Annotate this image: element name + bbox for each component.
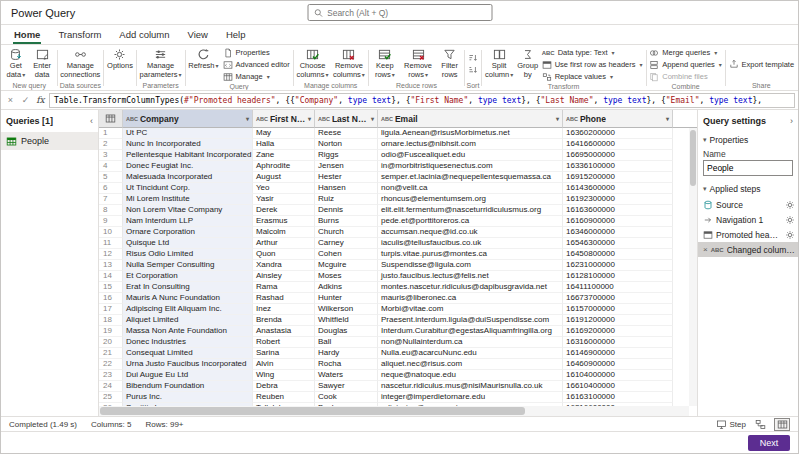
cell[interactable]: montes.nascetur.ridiculus@dapibusgravida… bbox=[378, 282, 563, 293]
cell[interactable]: Hardy bbox=[315, 348, 378, 359]
column-type-icon[interactable]: ABC bbox=[318, 116, 330, 122]
cell[interactable]: nascetur.ridiculus.mus@nisiMaurisnulla.c… bbox=[378, 381, 563, 392]
cell[interactable]: Quisque Ltd bbox=[123, 238, 253, 249]
cancel-formula-icon[interactable]: × bbox=[4, 95, 17, 105]
query-item-people[interactable]: People bbox=[1, 132, 98, 150]
cell[interactable]: 16160900000 bbox=[563, 216, 673, 227]
row-number[interactable]: 18 bbox=[99, 315, 123, 326]
cell[interactable]: justo.faucibus.lectus@felis.net bbox=[378, 271, 563, 282]
cell[interactable]: turpis.vitae.purus@montes.ca bbox=[378, 249, 563, 260]
cell[interactable]: Yeo bbox=[253, 183, 315, 194]
cell[interactable]: Arthur bbox=[253, 238, 315, 249]
filter-icon[interactable]: ▾ bbox=[246, 115, 249, 122]
row-number[interactable]: 16 bbox=[99, 293, 123, 304]
ribbon-button-data-type-text[interactable]: ABCData type: Text▾ bbox=[540, 47, 645, 58]
cell[interactable]: 16450800000 bbox=[563, 249, 673, 260]
cell[interactable]: in@morbitristiquesenectus.com bbox=[378, 161, 563, 172]
ribbon-button-remove-columns[interactable]: Remove columns▾ bbox=[331, 46, 367, 79]
column-header-last-name[interactable]: ABCLast Name▾ bbox=[315, 110, 378, 128]
cell[interactable]: Sarina bbox=[253, 348, 315, 359]
cell[interactable]: Sawyer bbox=[315, 381, 378, 392]
row-number[interactable]: 23 bbox=[99, 370, 123, 381]
cell[interactable]: Adkins bbox=[315, 282, 378, 293]
cell[interactable]: Ut Tincidunt Corp. bbox=[123, 183, 253, 194]
horizontal-scrollbar[interactable] bbox=[99, 406, 689, 416]
cell[interactable]: 16460900000 bbox=[563, 359, 673, 370]
cell[interactable]: Jensen bbox=[315, 161, 378, 172]
cell[interactable]: Mcguire bbox=[315, 260, 378, 271]
cell[interactable]: mauris@liberonec.ca bbox=[378, 293, 563, 304]
ribbon-button-manage[interactable]: Manage▾ bbox=[221, 71, 292, 82]
cell[interactable]: Interdum.Curabitur@egestasAliquamfringil… bbox=[378, 326, 563, 337]
formula-input[interactable]: Table.TransformColumnTypes(#"Promoted he… bbox=[49, 93, 795, 108]
step-settings-gear[interactable] bbox=[785, 230, 795, 240]
diagram-view-button[interactable] bbox=[752, 418, 768, 431]
row-number[interactable]: 22 bbox=[99, 359, 123, 370]
cell[interactable]: 16360200000 bbox=[563, 128, 673, 139]
cell[interactable]: Wilkerson bbox=[315, 304, 378, 315]
cell[interactable]: Quon bbox=[253, 249, 315, 260]
cell[interactable]: Ruiz bbox=[315, 194, 378, 205]
cell[interactable]: Inez bbox=[253, 304, 315, 315]
cell[interactable]: Massa Non Ante Foundation bbox=[123, 326, 253, 337]
cell[interactable]: Pellentesque Habitant Incorporated bbox=[123, 150, 253, 161]
cell[interactable]: 16192300000 bbox=[563, 194, 673, 205]
cell[interactable]: Waters bbox=[315, 370, 378, 381]
cell[interactable]: Nam Interdum LLP bbox=[123, 216, 253, 227]
cell[interactable]: 16146900000 bbox=[563, 348, 673, 359]
cell[interactable]: Riggs bbox=[315, 150, 378, 161]
step-settings-gear[interactable] bbox=[785, 215, 795, 225]
ribbon-button-properties[interactable]: Properties bbox=[221, 47, 292, 58]
row-number[interactable]: 7 bbox=[99, 194, 123, 205]
cell[interactable]: 16163100000 bbox=[563, 392, 673, 403]
cell[interactable]: Church bbox=[315, 227, 378, 238]
cell[interactable]: Purus Inc. bbox=[123, 392, 253, 403]
cell[interactable]: Et Corporation bbox=[123, 271, 253, 282]
cell[interactable]: Cohen bbox=[315, 249, 378, 260]
column-type-icon[interactable]: ABC bbox=[566, 116, 578, 122]
cell[interactable]: Rama bbox=[253, 282, 315, 293]
ribbon-button-options[interactable]: Options bbox=[105, 46, 135, 71]
row-number[interactable]: 24 bbox=[99, 381, 123, 392]
cell[interactable]: ligula.Aenean@risusMorbimetus.net bbox=[378, 128, 563, 139]
cell[interactable]: Burns bbox=[315, 216, 378, 227]
cell[interactable]: Alvin bbox=[253, 359, 315, 370]
horizontal-scrollbar-thumb[interactable] bbox=[100, 407, 525, 415]
ribbon-button-combine-files[interactable]: Combine files bbox=[647, 71, 724, 82]
applied-step-source[interactable]: Source bbox=[698, 197, 798, 212]
cell[interactable]: Halla bbox=[253, 139, 315, 150]
vertical-scrollbar-thumb[interactable] bbox=[690, 130, 696, 186]
row-number[interactable]: 14 bbox=[99, 271, 123, 282]
row-number[interactable]: 20 bbox=[99, 337, 123, 348]
cell[interactable]: neque@natoque.edu bbox=[378, 370, 563, 381]
row-number[interactable]: 10 bbox=[99, 227, 123, 238]
cell[interactable]: non@Nullainterdum.ca bbox=[378, 337, 563, 348]
cell[interactable]: Erasmus bbox=[253, 216, 315, 227]
cell[interactable]: 16336100000 bbox=[563, 161, 673, 172]
filter-icon[interactable]: ▾ bbox=[371, 115, 374, 122]
cell[interactable]: 16411100000 bbox=[563, 282, 673, 293]
grid-corner-cell[interactable] bbox=[99, 110, 123, 128]
cell[interactable]: Wing bbox=[253, 370, 315, 381]
row-number[interactable]: 5 bbox=[99, 172, 123, 183]
ribbon-button-group-by[interactable]: Group by bbox=[516, 46, 540, 79]
step-view-button[interactable]: Step bbox=[716, 419, 746, 430]
cell[interactable]: Aliquet Limited bbox=[123, 315, 253, 326]
cell[interactable]: Malesuada Incorporated bbox=[123, 172, 253, 183]
cell[interactable]: Praesent.interdum.ligula@duiSuspendisse.… bbox=[378, 315, 563, 326]
cell[interactable]: Malcolm bbox=[253, 227, 315, 238]
cell[interactable]: integer@imperdietornare.edu bbox=[378, 392, 563, 403]
cell[interactable]: Norton bbox=[315, 139, 378, 150]
ribbon-button-remove-rows[interactable]: Remove rows▾ bbox=[400, 46, 436, 79]
filter-icon[interactable]: ▾ bbox=[556, 115, 559, 122]
cell[interactable]: 16157000000 bbox=[563, 304, 673, 315]
query-name-input[interactable] bbox=[703, 160, 793, 176]
cell[interactable]: aliquet.nec@risus.com bbox=[378, 359, 563, 370]
applied-step-navigation-1[interactable]: Navigation 1 bbox=[698, 212, 798, 227]
column-type-icon[interactable]: ABC bbox=[381, 116, 393, 122]
row-number[interactable]: 4 bbox=[99, 161, 123, 172]
ribbon-button-refresh[interactable]: Refresh▾ bbox=[186, 46, 220, 71]
ribbon-button-manage-connections[interactable]: Manage connections bbox=[58, 46, 102, 79]
cell[interactable]: Carney bbox=[315, 238, 378, 249]
cell[interactable]: odio@Fuscealiquet.edu bbox=[378, 150, 563, 161]
